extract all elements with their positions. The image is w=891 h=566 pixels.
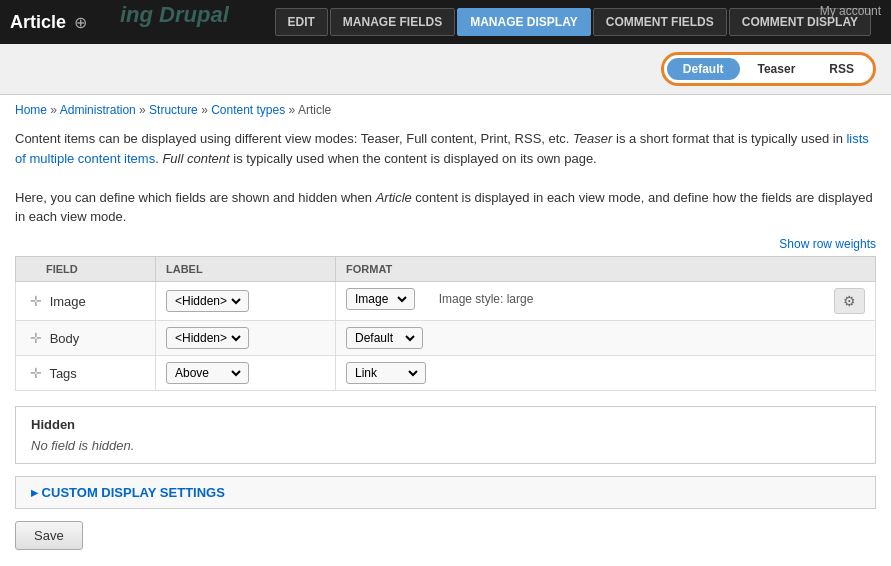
breadcrumb-administration[interactable]: Administration: [60, 103, 136, 117]
field-name-tags: Tags: [49, 366, 76, 381]
field-name-image: Image: [50, 294, 86, 309]
format-cell-body: Default Trimmed: [336, 320, 876, 355]
custom-display-settings-toggle[interactable]: ▸ CUSTOM DISPLAY SETTINGS: [16, 477, 875, 508]
field-name-body: Body: [50, 331, 80, 346]
breadcrumb-home[interactable]: Home: [15, 103, 47, 117]
my-account-link[interactable]: My account: [820, 4, 881, 18]
col-header-format: FORMAT: [336, 256, 876, 281]
custom-settings-label: ▸ CUSTOM DISPLAY SETTINGS: [31, 485, 225, 500]
table-row: ✛ Tags Above <Hidden> Inline: [16, 355, 876, 390]
table-row: ✛ Image <Hidden> Above Inline: [16, 281, 876, 320]
label-cell-tags: Above <Hidden> Inline: [156, 355, 336, 390]
view-tab-teaser[interactable]: Teaser: [742, 58, 812, 80]
breadcrumb-content-types[interactable]: Content types: [211, 103, 285, 117]
fields-table: FIELD LABEL FORMAT ✛ Image <Hidden> Abov…: [15, 256, 876, 391]
breadcrumb-article: Article: [298, 103, 331, 117]
label-select-image-input[interactable]: <Hidden> Above Inline: [171, 293, 244, 309]
col-header-field: FIELD: [16, 256, 156, 281]
breadcrumb-sep3: »: [201, 103, 211, 117]
field-cell-tags: ✛ Tags: [16, 355, 156, 390]
show-row-weights-link[interactable]: Show row weights: [15, 237, 876, 251]
view-mode-tabs: Default Teaser RSS: [661, 52, 876, 86]
tab-manage-fields[interactable]: MANAGE FIELDS: [330, 8, 455, 36]
no-field-hidden-text: No field is hidden.: [31, 438, 860, 453]
view-tab-default[interactable]: Default: [667, 58, 740, 80]
main-tab-nav: EDIT MANAGE FIELDS MANAGE DISPLAY COMMEN…: [275, 8, 872, 36]
tab-manage-display[interactable]: MANAGE DISPLAY: [457, 8, 591, 36]
breadcrumb: Home » Administration » Structure » Cont…: [15, 103, 331, 117]
format-cell-tags: Link Plain text: [336, 355, 876, 390]
format-select-body[interactable]: Default Trimmed: [346, 327, 423, 349]
gear-button-image[interactable]: ⚙: [834, 288, 865, 314]
label-select-tags-input[interactable]: Above <Hidden> Inline: [171, 365, 244, 381]
label-cell-image: <Hidden> Above Inline: [156, 281, 336, 320]
hidden-label: Hidden: [31, 417, 860, 432]
save-button[interactable]: Save: [15, 521, 83, 550]
drag-handle-tags[interactable]: ✛: [26, 363, 46, 383]
drag-handle-image[interactable]: ✛: [26, 291, 46, 311]
field-cell-body: ✛ Body: [16, 320, 156, 355]
view-mode-bar: Default Teaser RSS: [0, 44, 891, 95]
label-select-tags[interactable]: Above <Hidden> Inline: [166, 362, 249, 384]
description-block: Content items can be displayed using dif…: [15, 129, 876, 227]
add-icon[interactable]: ⊕: [74, 13, 87, 32]
format-select-tags[interactable]: Link Plain text: [346, 362, 426, 384]
format-select-image-input[interactable]: Image Default: [351, 291, 410, 307]
tab-comment-fields[interactable]: COMMENT FIELDS: [593, 8, 727, 36]
breadcrumb-area: Home » Administration » Structure » Cont…: [0, 95, 891, 117]
custom-display-settings: ▸ CUSTOM DISPLAY SETTINGS: [15, 476, 876, 509]
col-header-label: LABEL: [156, 256, 336, 281]
image-style-text: Image style: large: [439, 292, 534, 306]
format-select-body-input[interactable]: Default Trimmed: [351, 330, 418, 346]
field-cell-image: ✛ Image: [16, 281, 156, 320]
hidden-section: Hidden No field is hidden.: [15, 406, 876, 464]
label-select-body-input[interactable]: <Hidden> Above Inline: [171, 330, 244, 346]
label-select-body[interactable]: <Hidden> Above Inline: [166, 327, 249, 349]
drupal-logo: ing Drupal: [120, 2, 229, 28]
format-cell-image: Image Default Image style: large ⚙: [336, 281, 876, 320]
save-area: Save: [15, 509, 876, 550]
format-select-image[interactable]: Image Default: [346, 288, 415, 310]
table-row: ✛ Body <Hidden> Above Inline: [16, 320, 876, 355]
description-line2: Here, you can define which fields are sh…: [15, 188, 876, 227]
format-select-tags-input[interactable]: Link Plain text: [351, 365, 421, 381]
page-title: Article: [10, 12, 66, 33]
breadcrumb-sep1: »: [50, 103, 59, 117]
drag-handle-body[interactable]: ✛: [26, 328, 46, 348]
label-select-image[interactable]: <Hidden> Above Inline: [166, 290, 249, 312]
breadcrumb-structure[interactable]: Structure: [149, 103, 198, 117]
breadcrumb-sep4: »: [289, 103, 298, 117]
main-content: Content items can be displayed using dif…: [0, 117, 891, 562]
description-line1: Content items can be displayed using dif…: [15, 129, 876, 168]
label-cell-body: <Hidden> Above Inline: [156, 320, 336, 355]
breadcrumb-sep2: »: [139, 103, 149, 117]
view-tab-rss[interactable]: RSS: [813, 58, 870, 80]
tab-edit[interactable]: EDIT: [275, 8, 328, 36]
header-bar: Article ⊕ ing Drupal My account EDIT MAN…: [0, 0, 891, 44]
